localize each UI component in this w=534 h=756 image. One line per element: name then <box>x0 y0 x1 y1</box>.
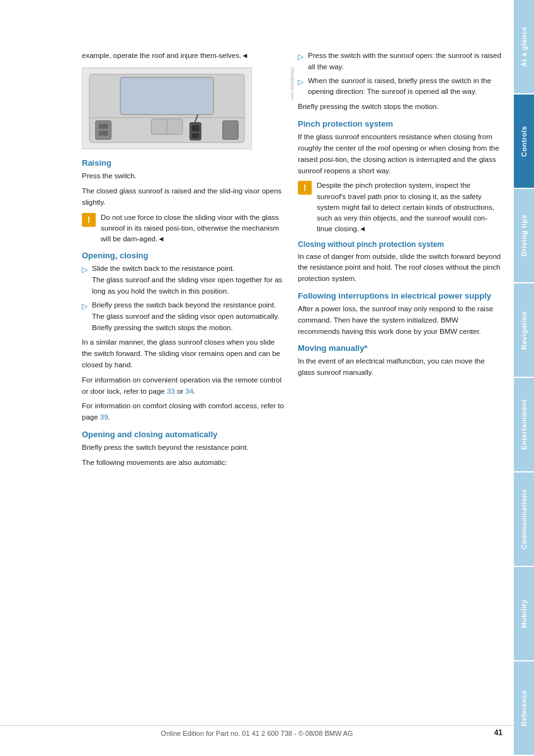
sidebar-tab-navigation[interactable]: Navigation <box>514 284 534 377</box>
right-bullet-1: ▷ Press the switch with the sunroof open… <box>298 50 501 73</box>
bullet-item-1: ▷ Slide the switch back to the resistanc… <box>82 263 285 297</box>
car-image-container: iStockphoto.com <box>82 67 285 149</box>
page-number: 41 <box>494 728 503 737</box>
sidebar-tab-controls[interactable]: Controls <box>514 94 534 188</box>
svg-rect-8 <box>99 131 108 136</box>
raising-warning-box: ! Do not use force to close the sliding … <box>82 212 285 245</box>
pinch-text: If the glass sunroof encounters resistan… <box>298 132 501 176</box>
sidebar-tab-driving-tips[interactable]: Driving tips <box>514 189 534 282</box>
auto-section: Opening and closing automatically Briefl… <box>82 430 285 469</box>
svg-rect-7 <box>99 124 108 129</box>
footer-text: Online Edition for Part no. 01 41 2 600 … <box>161 730 353 737</box>
svg-rect-12 <box>191 134 199 139</box>
auto-text-1: Briefly press the switch beyond the resi… <box>82 442 285 454</box>
warning-icon-2: ! <box>298 181 312 195</box>
raising-warning-text: Do not use force to close the sliding vi… <box>101 212 285 245</box>
svg-rect-2 <box>120 77 213 115</box>
car-image <box>82 67 252 149</box>
auto-heading: Opening and closing automatically <box>82 430 285 439</box>
pinch-warning-box: ! Despite the pinch protection system, i… <box>298 180 501 234</box>
sidebar: At a glance Controls Driving tips Naviga… <box>514 0 534 756</box>
sidebar-tab-communications[interactable]: Communications <box>514 472 534 566</box>
right-arrow-1: ▷ <box>298 51 304 63</box>
interruptions-text: After a power loss, the sunroof may only… <box>298 304 501 337</box>
opening-para-1: In a similar manner, the glass sunroof c… <box>82 337 285 370</box>
opening-closing-bullets: ▷ Slide the switch back to the resistanc… <box>82 263 285 333</box>
bullet-text-2: Briefly press the switch back beyond the… <box>92 300 285 333</box>
sidebar-tab-reference[interactable]: Reference <box>514 662 534 755</box>
opening-closing-section: Opening, closing ▷ Slide the switch back… <box>82 251 285 423</box>
interruptions-section: Following interruptions in electrical po… <box>298 291 501 337</box>
opening-para-2: For information on convenient operation … <box>82 375 285 398</box>
car-interior-svg <box>82 68 251 149</box>
stop-motion-text: Briefly pressing the switch stops the mo… <box>298 101 501 113</box>
right-arrow-2: ▷ <box>298 76 304 88</box>
intro-text: example, operate the roof and injure the… <box>82 50 285 61</box>
svg-rect-11 <box>191 125 199 132</box>
raising-heading: Raising <box>82 158 285 168</box>
bullet-item-2: ▷ Briefly press the switch back beyond t… <box>82 300 285 333</box>
image-watermark: iStockphoto.com <box>290 67 295 100</box>
moving-manually-text: In the event of an electrical malfunctio… <box>298 356 501 379</box>
link-34[interactable]: 34 <box>185 387 193 395</box>
sidebar-tab-at-a-glance[interactable]: At a glance <box>514 0 534 93</box>
sidebar-tab-entertainment[interactable]: Entertainment <box>514 378 534 471</box>
bullet-arrow-1: ▷ <box>82 264 88 276</box>
left-column: example, operate the roof and injure the… <box>82 50 285 731</box>
pinch-heading: Pinch protection system <box>298 119 501 129</box>
right-bullet-2: ▷ When the sunroof is raised, briefly pr… <box>298 76 501 98</box>
right-column: ▷ Press the switch with the sunroof open… <box>298 50 501 731</box>
raising-text-1: Press the switch. <box>82 171 285 182</box>
svg-rect-9 <box>223 121 239 140</box>
two-column-layout: example, operate the roof and injure the… <box>82 50 501 731</box>
opening-closing-heading: Opening, closing <box>82 251 285 260</box>
moving-manually-heading: Moving manually* <box>298 343 501 353</box>
footer: Online Edition for Part no. 01 41 2 600 … <box>0 725 514 737</box>
page-container: example, operate the roof and injure the… <box>0 0 534 756</box>
closing-no-pinch-heading: Closing without pinch protection system <box>298 240 501 249</box>
auto-text-2: The following movements are also automat… <box>82 457 285 469</box>
opening-para-3: For information on comfort closing with … <box>82 401 285 423</box>
raising-text-2: The closed glass sunroof is raised and t… <box>82 186 285 209</box>
link-33[interactable]: 33 <box>167 387 175 395</box>
closing-no-pinch-text: In case of danger from outside, slide th… <box>298 251 501 285</box>
closing-no-pinch-section: Closing without pinch protection system … <box>298 240 501 285</box>
right-top-bullets: ▷ Press the switch with the sunroof open… <box>298 50 501 98</box>
sidebar-tab-mobility[interactable]: Mobility <box>514 567 534 660</box>
interruptions-heading: Following interruptions in electrical po… <box>298 291 501 301</box>
bullet-arrow-2: ▷ <box>82 301 88 312</box>
bullet-text-1: Slide the switch back to the resistance … <box>92 263 285 297</box>
moving-manually-section: Moving manually* In the event of an elec… <box>298 343 501 379</box>
right-bullet-text-2: When the sunroof is raised, briefly pres… <box>308 76 501 98</box>
raising-section: Raising Press the switch. The closed gla… <box>82 158 285 244</box>
warning-icon-1: ! <box>82 213 96 227</box>
svg-rect-6 <box>96 121 111 140</box>
right-bullet-text-1: Press the switch with the sunroof open: … <box>308 50 501 73</box>
link-39[interactable]: 39 <box>100 413 108 421</box>
pinch-warning-text: Despite the pinch protection system, ins… <box>317 180 501 234</box>
main-content: example, operate the roof and injure the… <box>0 0 514 756</box>
pinch-section: Pinch protection system If the glass sun… <box>298 119 501 235</box>
